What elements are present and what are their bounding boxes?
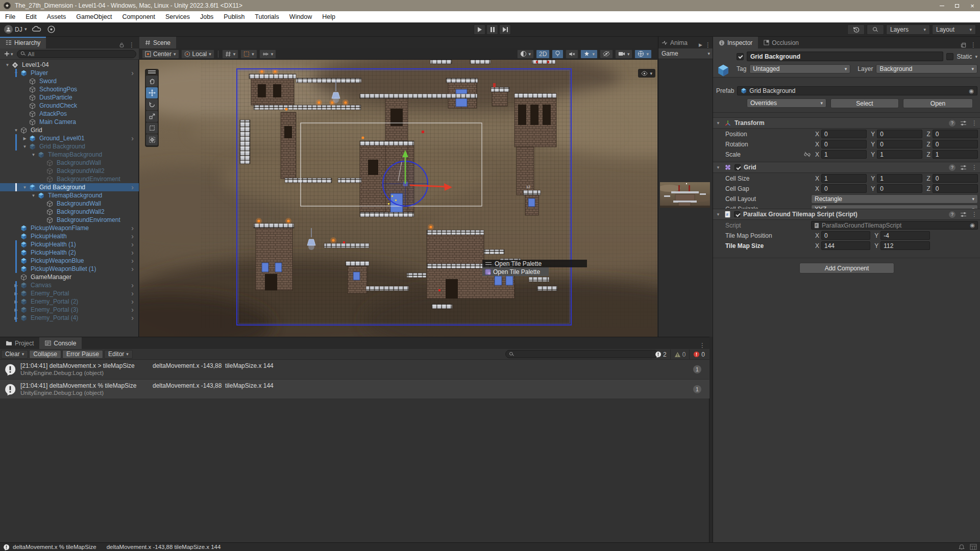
script-reference-field[interactable]: # ParallaxGroundTilemapScript ◉ (811, 221, 978, 230)
prefab-open-arrow-icon[interactable]: › (131, 249, 134, 256)
audio-mute-button[interactable] (566, 49, 578, 59)
hierarchy-row[interactable]: AttackPos (0, 110, 139, 118)
console-menu-icon[interactable]: ⋮ (699, 342, 705, 349)
prefab-open-arrow-icon[interactable]: › (131, 224, 134, 232)
hierarchy-row[interactable]: BackgroundWall2 (0, 167, 139, 175)
overlay-drag-handle[interactable] (485, 262, 492, 265)
snap-settings-button[interactable]: ▾ (240, 49, 257, 59)
hierarchy-row[interactable]: TilemapBackground (0, 151, 139, 159)
scale-z-field[interactable]: 1 (933, 150, 978, 159)
presets-icon[interactable] (960, 120, 967, 126)
pause-button[interactable] (486, 24, 498, 35)
open-tile-palette-button[interactable]: Open Tile Palette (482, 267, 549, 276)
expander-icon[interactable] (21, 136, 28, 141)
expander-icon[interactable] (30, 193, 37, 198)
activity-grid-icon[interactable] (970, 544, 977, 550)
add-component-button[interactable]: Add Component (799, 263, 894, 273)
help-icon[interactable]: ? (949, 164, 955, 171)
layout-dropdown[interactable]: Layout▾ (932, 24, 976, 35)
prefab-open-arrow-icon[interactable]: › (131, 290, 134, 297)
hierarchy-row[interactable]: Canvas› (0, 281, 139, 289)
tab-console[interactable]: Console (39, 337, 82, 349)
orientation-dropdown[interactable]: Local▾ (181, 49, 214, 59)
menu-component[interactable]: Component (117, 11, 160, 22)
hierarchy-row[interactable]: Grid Background› (0, 183, 139, 191)
tab-project[interactable]: Project (0, 337, 39, 349)
error-pause-button[interactable]: Error Pause (62, 350, 103, 359)
error-count-toggle[interactable]: 0 (689, 349, 708, 359)
layer-dropdown[interactable]: Background▾ (876, 64, 977, 73)
hierarchy-row[interactable]: PickupWeaponFlame› (0, 224, 139, 232)
active-checkbox[interactable] (737, 53, 744, 60)
menu-assets[interactable]: Assets (42, 11, 71, 22)
scale-x-field[interactable]: 1 (821, 150, 867, 159)
rotation-y-field[interactable]: 0 (877, 140, 922, 148)
tab-inspector[interactable]: Inspector (713, 37, 758, 48)
script-component-header[interactable]: ▼ # Parallax Ground Tilemap Script (Scri… (713, 209, 980, 220)
expander-icon[interactable] (4, 63, 11, 67)
transform-header[interactable]: ▼ Transform ? ⋮ (713, 117, 980, 129)
hierarchy-row[interactable]: SchootingPos (0, 85, 139, 93)
step-button[interactable] (499, 24, 511, 35)
status-bar[interactable]: deltaMovement.x % tileMapSize deltaMovem… (0, 542, 980, 551)
hierarchy-row[interactable]: BackgroundWall (0, 199, 139, 208)
rect-tool[interactable] (146, 122, 158, 134)
prefab-open-arrow-icon[interactable]: › (131, 184, 134, 191)
hierarchy-menu-icon[interactable]: ⋮ (129, 41, 135, 48)
hierarchy-row[interactable]: DustParticle (0, 93, 139, 102)
scale-y-field[interactable]: 1 (877, 150, 922, 159)
console-row[interactable]: [21:04:41] deltaMovement.x > tileMapSize… (0, 360, 709, 379)
editor-button[interactable]: Editor▾ (104, 350, 133, 359)
rotation-x-field[interactable]: 0 (821, 140, 867, 148)
search-icon[interactable] (867, 24, 884, 35)
layout-icon[interactable] (961, 42, 966, 48)
rotate-tool[interactable] (146, 99, 158, 110)
tab-scene[interactable]: Scene (139, 37, 176, 48)
hierarchy-row[interactable]: PickupHealth (1)› (0, 240, 139, 248)
link-scale-icon[interactable] (803, 152, 811, 157)
view-hand-tool[interactable] (146, 76, 158, 87)
select-button[interactable]: Select (830, 98, 899, 108)
account-avatar[interactable] (4, 25, 13, 34)
prefab-open-arrow-icon[interactable]: › (131, 69, 134, 77)
prefab-open-arrow-icon[interactable]: › (131, 265, 134, 272)
play-button[interactable] (474, 24, 485, 35)
hierarchy-row[interactable]: Grid Background (0, 142, 139, 151)
prefab-open-arrow-icon[interactable]: › (131, 135, 134, 142)
cell-size-z-field[interactable]: 0 (933, 174, 978, 183)
menu-tutorials[interactable]: Tutorials (250, 11, 284, 22)
tilemap-position-y-field[interactable]: -4 (880, 231, 929, 240)
overlay-drag-handle[interactable] (148, 70, 156, 73)
grid-visibility-button[interactable]: ▾ (222, 49, 239, 59)
position-z-field[interactable]: 0 (933, 130, 978, 138)
scene-camera-overlay[interactable]: ▾ (638, 69, 655, 78)
hierarchy-row[interactable]: Enemy_Portal (2)› (0, 297, 139, 306)
collapse-button[interactable]: Collapse (29, 350, 61, 359)
grid-snap-button[interactable]: ▾ (259, 49, 277, 59)
hierarchy-row[interactable]: PickupHealth (2)› (0, 248, 139, 257)
cell-size-x-field[interactable]: 1 (821, 174, 867, 183)
hierarchy-row[interactable]: Grid (0, 126, 139, 134)
hierarchy-search-input[interactable]: All (17, 50, 136, 58)
target-picker-icon[interactable]: ◉ (969, 88, 974, 94)
camera-settings-dropdown[interactable]: ▾ (615, 49, 633, 59)
cloud-icon[interactable] (32, 25, 42, 33)
hierarchy-row[interactable]: Enemy_Portal› (0, 289, 139, 297)
presets-icon[interactable] (960, 212, 967, 217)
prefab-open-arrow-icon[interactable]: › (131, 257, 134, 264)
static-checkbox[interactable] (946, 53, 953, 60)
rotation-z-field[interactable]: 0 (933, 140, 978, 148)
draw-mode-dropdown[interactable]: ▾ (517, 49, 534, 59)
menu-help[interactable]: Help (317, 11, 340, 22)
display-dropdown[interactable]: Game▾ (658, 48, 713, 59)
transform-tool[interactable] (146, 134, 158, 145)
hierarchy-row[interactable]: GameManager (0, 273, 139, 281)
gizmos-dropdown[interactable]: ▾ (634, 49, 652, 59)
console-row[interactable]: [21:04:41] deltaMovement.x % tileMapSize… (0, 379, 709, 398)
services-icon[interactable] (47, 25, 56, 34)
component-enabled-checkbox[interactable] (734, 211, 740, 217)
hierarchy-row[interactable]: TilemapBackground (0, 191, 139, 199)
hierarchy-row[interactable]: Player› (0, 69, 139, 77)
inspector-menu-icon[interactable]: ⋮ (970, 41, 976, 48)
target-picker-icon[interactable]: ◉ (970, 222, 975, 229)
